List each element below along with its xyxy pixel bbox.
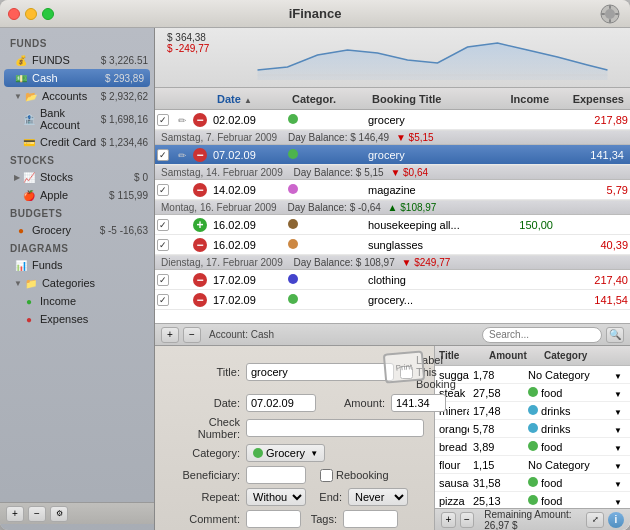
sidebar-item-credit[interactable]: 💳 Credit Card $ 1,234,46 [0, 133, 154, 151]
row-category [286, 219, 366, 231]
table-row[interactable]: − 16.02.09 sunglasses 40,39 [155, 235, 630, 255]
checkbox[interactable] [157, 149, 169, 161]
expenses-icon: ● [22, 312, 36, 326]
table-row[interactable]: + 16.02.09 housekeeping all... 150,00 [155, 215, 630, 235]
row-check[interactable] [155, 239, 173, 251]
titlebar: iFinance [0, 0, 630, 28]
col-income-header[interactable]: Income [481, 93, 551, 105]
split-remove-button[interactable]: − [460, 512, 475, 528]
sidebar-item-apple[interactable]: 🍎 Apple $ 115,99 [0, 186, 154, 204]
category-selector[interactable]: Grocery ▼ [246, 444, 325, 462]
table-row[interactable]: − 17.02.09 grocery... 141,54 [155, 290, 630, 310]
split-cat-dropdown[interactable]: ▼ [614, 495, 628, 507]
minus-icon[interactable]: − [193, 148, 207, 162]
split-item-amount: 5,78 [469, 423, 524, 435]
row-check[interactable] [155, 294, 173, 306]
maximize-button[interactable] [42, 8, 54, 20]
col-expense-header[interactable]: Expenses [551, 93, 626, 105]
split-cat-dropdown[interactable]: ▼ [614, 477, 628, 489]
sidebar-item-expenses[interactable]: ● Expenses [0, 310, 154, 328]
transactions-scroll[interactable]: ✏ − 02.02.09 grocery 217,89 Samstag, 7. … [155, 110, 630, 323]
sidebar-action-button[interactable]: ⚙ [50, 506, 68, 522]
list-item[interactable]: flour 1,15 No Category ▼ [435, 456, 630, 474]
sidebar-item-bank[interactable]: 🏦 Bank Account $ 1,698,16 [0, 105, 154, 133]
beneficiary-input[interactable] [246, 466, 306, 484]
split-cat-dropdown[interactable]: ▼ [614, 369, 628, 381]
checkbox[interactable] [157, 219, 169, 231]
sidebar-item-income[interactable]: ● Income [0, 292, 154, 310]
minus-icon[interactable]: − [193, 293, 207, 307]
split-resize-button[interactable]: ⤢ [586, 512, 604, 528]
cash-label: Cash [32, 72, 105, 84]
sidebar-add-button[interactable]: + [6, 506, 24, 522]
repeat-select[interactable]: Without [246, 488, 306, 506]
minus-icon[interactable]: − [193, 273, 207, 287]
title-input[interactable] [246, 363, 394, 381]
checkbox[interactable] [157, 274, 169, 286]
list-item[interactable]: orange juice 5,78 drinks ▼ [435, 420, 630, 438]
list-item[interactable]: pizza 25,13 food ▼ [435, 492, 630, 508]
check-num-label: Check Number: [165, 416, 240, 440]
add-transaction-button[interactable]: + [161, 327, 179, 343]
minimize-button[interactable] [25, 8, 37, 20]
row-check[interactable] [155, 114, 173, 126]
sidebar-item-stocks[interactable]: ▶ 📈 Stocks $ 0 [0, 168, 154, 186]
amount-input[interactable] [391, 394, 446, 412]
list-item[interactable]: suggar 1,78 No Category ▼ [435, 366, 630, 384]
category-dot [288, 149, 298, 159]
sidebar-item-categories[interactable]: ▼ 📁 Categories [0, 274, 154, 292]
sidebar-item-cash[interactable]: 💵 Cash $ 293,89 [4, 69, 150, 87]
col-title-header[interactable]: Booking Title [370, 93, 481, 105]
table-row[interactable]: ✏ − 07.02.09 grocery 141,34 [155, 145, 630, 165]
list-item[interactable]: bread 3,89 food ▼ [435, 438, 630, 456]
split-cat-dropdown[interactable]: ▼ [614, 441, 628, 453]
row-title: magazine [366, 184, 485, 196]
list-item[interactable]: steak 27,58 food ▼ [435, 384, 630, 402]
preferences-button[interactable] [598, 2, 622, 26]
list-item[interactable]: sausages 31,58 food ▼ [435, 474, 630, 492]
split-cat-dropdown[interactable]: ▼ [614, 387, 628, 399]
split-cat-dropdown[interactable]: ▼ [614, 459, 628, 471]
row-edit[interactable]: ✏ [173, 114, 191, 126]
checkbox[interactable] [157, 184, 169, 196]
split-add-button[interactable]: + [441, 512, 456, 528]
row-edit[interactable]: ✏ [173, 149, 191, 161]
checkbox[interactable] [157, 114, 169, 126]
check-num-input[interactable] [246, 419, 424, 437]
row-check[interactable] [155, 219, 173, 231]
sidebar-item-accounts[interactable]: ▼ 📂 Accounts $ 2,932,62 [0, 87, 154, 105]
plus-icon[interactable]: + [193, 218, 207, 232]
minus-icon[interactable]: − [193, 183, 207, 197]
col-date-header[interactable]: Date ▲ [215, 93, 290, 105]
rebooking-checkbox[interactable] [320, 469, 333, 482]
close-button[interactable] [8, 8, 20, 20]
sidebar-item-grocery[interactable]: ● Grocery $ -5 -16,63 [0, 221, 154, 239]
list-item[interactable]: mineral water 17,48 drinks ▼ [435, 402, 630, 420]
search-input[interactable] [482, 327, 602, 343]
row-check[interactable] [155, 149, 173, 161]
row-check[interactable] [155, 274, 173, 286]
row-check[interactable] [155, 184, 173, 196]
table-row[interactable]: ✏ − 02.02.09 grocery 217,89 [155, 110, 630, 130]
date-input[interactable] [246, 394, 316, 412]
comment-input[interactable] [246, 510, 301, 528]
checkbox[interactable] [157, 239, 169, 251]
checkbox[interactable] [157, 294, 169, 306]
search-button[interactable]: 🔍 [606, 327, 624, 343]
row-type: − [191, 273, 211, 287]
end-select[interactable]: Never [348, 488, 408, 506]
tags-input[interactable] [343, 510, 398, 528]
split-cat-dropdown[interactable]: ▼ [614, 405, 628, 417]
split-cat-dropdown[interactable]: ▼ [614, 423, 628, 435]
table-row[interactable]: − 17.02.09 clothing 217,40 [155, 270, 630, 290]
transactions-area: Date ▲ Categor. Booking Title Income Exp… [155, 88, 630, 345]
col-cat-header[interactable]: Categor. [290, 93, 370, 105]
table-row[interactable]: − 14.02.09 magazine 5,79 [155, 180, 630, 200]
minus-icon[interactable]: − [193, 113, 207, 127]
sidebar-remove-button[interactable]: − [28, 506, 46, 522]
info-button[interactable]: i [608, 512, 624, 528]
sidebar-item-funds[interactable]: 💰 FUNDS $ 3,226.51 [0, 51, 154, 69]
minus-icon[interactable]: − [193, 238, 207, 252]
sidebar-item-funds-diag[interactable]: 📊 Funds [0, 256, 154, 274]
remove-transaction-button[interactable]: − [183, 327, 201, 343]
